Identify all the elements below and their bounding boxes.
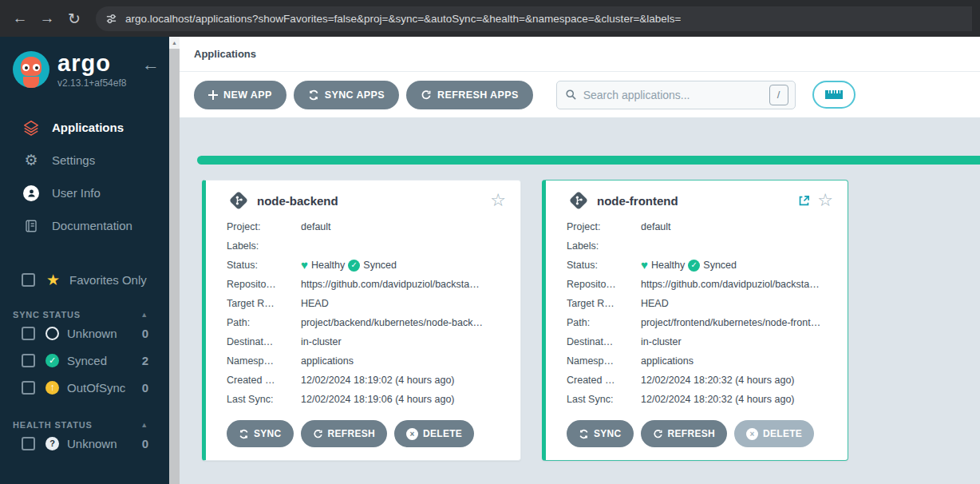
filter-label: OutOfSync — [67, 381, 125, 395]
book-icon — [22, 219, 41, 233]
checkbox[interactable] — [22, 437, 35, 450]
collapse-triangle-icon[interactable]: ▲ — [140, 421, 148, 429]
field-value — [641, 236, 833, 256]
field-label: Destinat… — [567, 332, 641, 351]
favorites-checkbox[interactable] — [22, 273, 35, 287]
field-value: 12/02/2024 18:20:32 (4 hours ago) — [641, 390, 833, 409]
checkbox[interactable] — [22, 381, 35, 395]
sync-apps-button[interactable]: SYNC APPS — [294, 81, 399, 109]
field-label: Status: — [567, 256, 641, 275]
applications-toolbar: NEW APP SYNC APPS REFRESH APPS — [180, 72, 980, 117]
checkbox[interactable] — [22, 354, 35, 367]
favorite-star-icon[interactable]: ☆ — [817, 192, 833, 209]
field-label: Namesp… — [227, 351, 301, 371]
vertical-scrollbar[interactable]: ▲ — [169, 37, 180, 484]
refresh-button[interactable]: REFRESH — [641, 420, 727, 447]
field-label: Status: — [227, 256, 301, 275]
field-label: Project: — [227, 217, 301, 236]
favorites-only-filter[interactable]: ★ Favorites Only — [22, 271, 169, 289]
scrollbar-thumb[interactable] — [169, 49, 180, 484]
browser-back-icon[interactable]: ← — [6, 5, 34, 32]
field-value: https://github.com/davidpuziol/backsta… — [301, 275, 506, 294]
sidebar-item-settings[interactable]: ⚙ Settings — [0, 144, 169, 177]
field-value: HEAD — [301, 294, 506, 313]
sync-status-text: Synced — [363, 256, 397, 275]
filter-count: 0 — [142, 381, 148, 395]
sidebar-item-label: Documentation — [52, 219, 132, 232]
filter-sync-outofsync[interactable]: ↑ OutOfSync 0 — [22, 374, 148, 401]
field-value: HEAD — [641, 294, 833, 313]
tiles-view-toggle[interactable] — [812, 81, 856, 109]
tiles-view-icon — [825, 90, 843, 99]
field-label: Labels: — [567, 236, 641, 256]
browser-reload-icon[interactable]: ↻ — [61, 5, 88, 32]
sidebar-collapse-icon[interactable]: ← — [142, 51, 160, 73]
slash-shortcut-badge: / — [769, 85, 788, 105]
sidebar-nav: Applications ⚙ Settings User Info — [0, 111, 169, 242]
field-label: Path: — [567, 313, 641, 332]
collapse-triangle-icon[interactable]: ▲ — [140, 311, 148, 319]
favorite-star-icon[interactable]: ☆ — [490, 192, 506, 209]
filter-sync-unknown[interactable]: Unknown 0 — [22, 319, 148, 347]
application-card-node-frontend[interactable]: node-frontend ☆ Project:default Labels: … — [542, 180, 848, 461]
field-value: 12/02/2024 18:20:32 (4 hours ago) — [641, 371, 833, 390]
scroll-up-icon[interactable]: ▲ — [169, 37, 180, 49]
application-card-node-backend[interactable]: node-backend ☆ Project:default Labels: S… — [202, 180, 521, 461]
main-panel: Applications NEW APP SYNC APPS REFRESH A… — [180, 37, 980, 484]
sync-icon — [239, 429, 249, 439]
field-value: 12/02/2024 18:19:02 (4 hours ago) — [301, 371, 506, 390]
field-label: Last Sync: — [227, 390, 301, 409]
filter-health-unknown[interactable]: ? Unknown 0 — [22, 430, 148, 457]
checkbox[interactable] — [22, 327, 35, 340]
filter-count: 0 — [142, 327, 148, 340]
version-label: v2.13.1+af54ef8 — [57, 77, 126, 89]
argo-logo-icon — [13, 51, 49, 88]
filter-sync-synced[interactable]: ✓ Synced 2 — [22, 347, 148, 374]
new-app-button[interactable]: NEW APP — [194, 81, 286, 109]
external-link-icon[interactable] — [797, 194, 811, 208]
sidebar-item-documentation[interactable]: Documentation — [0, 209, 169, 242]
page-title: Applications — [194, 48, 256, 60]
healthy-heart-icon: ♥ — [641, 256, 648, 275]
refresh-button[interactable]: REFRESH — [301, 420, 387, 447]
address-bar[interactable]: argo.localhost/applications?showFavorite… — [96, 6, 972, 31]
health-status-text: Healthy — [651, 256, 685, 275]
field-label: Path: — [227, 313, 301, 332]
field-label: Destinat… — [227, 332, 301, 351]
health-progress-bar — [197, 156, 980, 165]
search-input[interactable] — [583, 89, 763, 101]
synced-check-icon: ✓ — [688, 260, 700, 272]
browser-forward-icon[interactable]: → — [34, 5, 61, 32]
field-value: in-cluster — [641, 332, 833, 351]
logo-wordmark: argo — [57, 51, 126, 75]
delete-button[interactable]: × DELETE — [734, 420, 814, 447]
sidebar-item-applications[interactable]: Applications — [0, 111, 169, 144]
browser-toolbar: ← → ↻ argo.localhost/applications?showFa… — [0, 0, 980, 37]
healthy-heart-icon: ♥ — [301, 256, 308, 275]
field-value: project/backend/kubernetes/node-back… — [301, 313, 506, 332]
sidebar-item-user-info[interactable]: User Info — [0, 177, 169, 209]
synced-check-icon: ✓ — [348, 260, 360, 272]
refresh-apps-button[interactable]: REFRESH APPS — [406, 81, 533, 109]
sync-button[interactable]: SYNC — [227, 420, 294, 447]
sync-button[interactable]: SYNC — [567, 420, 634, 447]
sync-status-text: Synced — [703, 256, 737, 275]
logo-row: argo v2.13.1+af54ef8 ← — [0, 37, 169, 89]
star-icon: ★ — [46, 271, 60, 289]
field-label: Target R… — [227, 294, 301, 313]
sync-status-section-header: SYNC STATUS ▲ — [13, 310, 148, 319]
health-status-section-header: HEALTH STATUS ▲ — [13, 420, 148, 430]
application-name: node-backend — [257, 194, 338, 208]
site-settings-icon[interactable] — [105, 13, 117, 25]
application-git-icon — [567, 190, 591, 211]
delete-button[interactable]: × DELETE — [394, 420, 474, 447]
field-label: Labels: — [227, 236, 301, 256]
field-label: Project: — [567, 217, 641, 236]
synced-check-icon: ✓ — [45, 354, 59, 367]
application-git-icon — [227, 190, 251, 211]
field-label: Namesp… — [567, 351, 641, 371]
sidebar: argo v2.13.1+af54ef8 ← Applications ⚙ Se… — [0, 37, 169, 484]
applications-content: node-backend ☆ Project:default Labels: S… — [180, 117, 980, 484]
field-value: default — [301, 217, 506, 236]
search-box[interactable]: / — [556, 81, 796, 109]
